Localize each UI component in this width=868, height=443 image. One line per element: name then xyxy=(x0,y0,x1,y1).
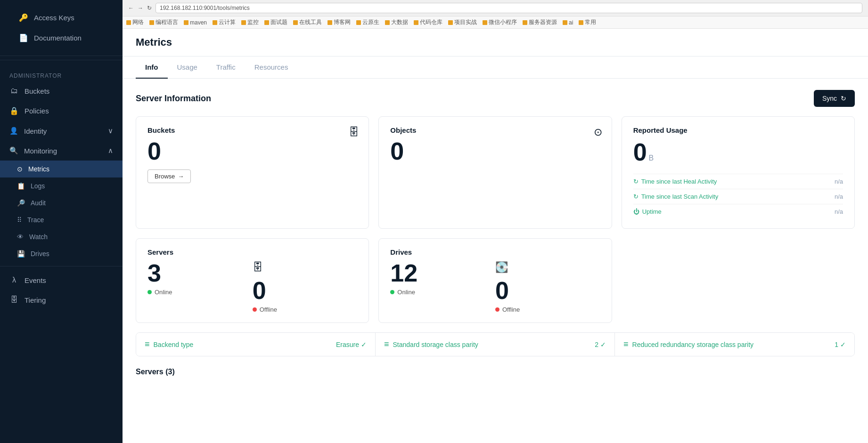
sidebar-item-access-keys[interactable]: 🔑 Access Keys xyxy=(9,8,113,28)
reduced-icon: ≡ xyxy=(623,339,629,349)
servers-card-icon: 🗄 xyxy=(253,261,263,274)
servers-online-row: Online xyxy=(147,289,253,296)
bookmark-monitor[interactable]: 监控 xyxy=(241,18,259,26)
drives-label: Drives xyxy=(390,248,495,256)
doc-icon: 📄 xyxy=(19,33,28,42)
bookmark-server[interactable]: 服务器资源 xyxy=(523,18,557,26)
sidebar-item-tiering[interactable]: 🗄 Tiering xyxy=(0,290,123,310)
drives-offline-row: Offline xyxy=(495,306,520,313)
bookmark-wechat[interactable]: 微信小程序 xyxy=(483,18,517,26)
drives-offline-label: Offline xyxy=(502,306,520,313)
sidebar-item-events[interactable]: λ Events xyxy=(0,270,123,290)
page-header: Metrics xyxy=(123,29,868,56)
heal-activity-label[interactable]: ↻ Time since last Heal Activity xyxy=(633,178,717,185)
forward-btn[interactable]: → xyxy=(138,5,143,11)
tab-traffic[interactable]: Traffic xyxy=(207,56,245,79)
servers-offline-count: 0 xyxy=(253,277,266,304)
browse-button[interactable]: Browse → xyxy=(147,169,191,183)
info-bar-backend[interactable]: ≡ Backend type Erasure ✓ xyxy=(136,333,376,356)
sidebar-item-drives[interactable]: 💾 Drives xyxy=(0,245,123,262)
drives-inner-grid: Drives 12 Online 💽 0 xyxy=(390,248,600,313)
objects-card-icon: ⊙ xyxy=(594,126,602,138)
key-icon: 🔑 xyxy=(19,13,28,22)
page-title: Metrics xyxy=(136,36,172,48)
sidebar-item-logs[interactable]: 📋 Logs xyxy=(0,177,123,194)
sidebar-item-metrics[interactable]: ⊙ Metrics xyxy=(0,161,123,177)
servers-count: 3 xyxy=(147,260,253,287)
section-header: Server Information Sync ↻ xyxy=(136,90,855,107)
buckets-card-icon: 🗄 xyxy=(349,126,359,138)
sidebar-item-audit[interactable]: 🔎 Audit xyxy=(0,194,123,211)
drives-offline-count: 0 xyxy=(495,277,509,304)
servers-card: Servers 3 Online 🗄 0 xyxy=(136,238,369,323)
bookmarks-bar: 网络 编程语言 maven 云计算 监控 面试题 在线工具 博客网 云原生 大数… xyxy=(123,16,868,29)
usage-value-display: 0 B xyxy=(633,138,843,166)
bookmark-common[interactable]: 常用 xyxy=(579,18,596,26)
servers-offline-dot xyxy=(253,307,257,312)
tab-resources[interactable]: Resources xyxy=(245,56,298,79)
scan-icon: ↻ xyxy=(633,193,639,200)
sidebar-item-watch[interactable]: 👁 Watch xyxy=(0,228,123,245)
sync-button[interactable]: Sync ↻ xyxy=(814,90,855,107)
drives-sub-icon: 💾 xyxy=(17,250,25,258)
bookmark-maven[interactable]: maven xyxy=(184,18,207,26)
sidebar-item-policies[interactable]: 🔒 Policies xyxy=(0,101,123,121)
reload-btn[interactable]: ↻ xyxy=(147,5,152,11)
bookmark-native[interactable]: 云原生 xyxy=(356,18,379,26)
objects-card: Objects ⊙ 0 xyxy=(378,116,612,229)
bookmark-tools[interactable]: 在线工具 xyxy=(293,18,322,26)
info-bar-standard-storage[interactable]: ≡ Standard storage class parity 2 ✓ xyxy=(376,333,615,356)
tab-usage[interactable]: Usage xyxy=(168,56,207,79)
buckets-card: Buckets 🗄 0 Browse → xyxy=(136,116,369,229)
bookmark-ai[interactable]: ai xyxy=(563,18,573,26)
backend-icon: ≡ xyxy=(145,339,150,349)
watch-icon: 👁 xyxy=(17,233,24,241)
sidebar-item-trace[interactable]: ⠿ Trace xyxy=(0,211,123,228)
activity-heal: ↻ Time since last Heal Activity n/a xyxy=(633,174,843,189)
bookmark-cloud[interactable]: 云计算 xyxy=(213,18,236,26)
bookmark-code[interactable]: 代码仓库 xyxy=(414,18,442,26)
monitoring-icon: 🔍 xyxy=(9,146,18,155)
bookmark-bigdata[interactable]: 大数据 xyxy=(385,18,408,26)
bookmark-network[interactable]: 网络 xyxy=(126,18,144,26)
drives-offline-dot xyxy=(495,307,500,312)
policies-icon: 🔒 xyxy=(9,106,19,115)
tab-info[interactable]: Info xyxy=(136,56,168,79)
sidebar-item-buckets[interactable]: 🗂 Buckets xyxy=(0,81,123,101)
drives-left-col: Drives 12 Online xyxy=(390,248,495,313)
sidebar-identity-group[interactable]: 👤 Identity ∨ xyxy=(0,121,123,141)
bookmark-project[interactable]: 项目实战 xyxy=(448,18,477,26)
third-col-placeholder xyxy=(622,238,855,323)
drives-online-dot xyxy=(390,290,394,294)
servers-section-title: Servers (3) xyxy=(136,368,855,376)
sidebar-top: 🔑 Access Keys 📄 Documentation xyxy=(0,0,123,56)
buckets-label: Buckets xyxy=(147,126,357,134)
bookmark-blog[interactable]: 博客网 xyxy=(328,18,351,26)
bookmark-interview[interactable]: 面试题 xyxy=(264,18,287,26)
objects-value: 0 xyxy=(390,138,600,165)
browser-bar: ← → ↻ 192.168.182.110:9001/tools/metrics xyxy=(123,0,868,16)
back-btn[interactable]: ← xyxy=(128,5,134,11)
metrics-icon: ⊙ xyxy=(17,165,23,173)
heal-icon: ↻ xyxy=(633,178,639,185)
audit-icon: 🔎 xyxy=(17,199,25,207)
servers-offline-label: Offline xyxy=(260,306,277,313)
scan-activity-label[interactable]: ↻ Time since last Scan Activity xyxy=(633,193,719,200)
info-bar-reduced-redundancy[interactable]: ≡ Reduced redundancy storage class parit… xyxy=(615,333,854,356)
uptime-label[interactable]: ⏻ Uptime xyxy=(633,208,662,215)
sidebar-monitoring-group[interactable]: 🔍 Monitoring ∧ xyxy=(0,141,123,161)
chevron-down-icon: ∨ xyxy=(108,127,113,135)
trace-icon: ⠿ xyxy=(17,216,22,224)
drives-online-label: Online xyxy=(397,289,415,296)
content-area: Info Usage Traffic Resources Server Info… xyxy=(123,56,868,443)
drives-right-col: 💽 0 Offline xyxy=(495,248,600,313)
url-bar[interactable]: 192.168.182.110:9001/tools/metrics xyxy=(156,3,862,13)
info-bar: ≡ Backend type Erasure ✓ ≡ Standard stor… xyxy=(136,332,855,356)
bookmark-lang[interactable]: 编程语言 xyxy=(149,18,178,26)
identity-icon: 👤 xyxy=(9,127,18,135)
reported-usage-label: Reported Usage xyxy=(633,126,843,134)
activity-scan: ↻ Time since last Scan Activity n/a xyxy=(633,189,843,204)
main-content: ← → ↻ 192.168.182.110:9001/tools/metrics… xyxy=(123,0,868,443)
servers-online-dot xyxy=(147,290,152,294)
sidebar-item-documentation[interactable]: 📄 Documentation xyxy=(9,28,113,48)
